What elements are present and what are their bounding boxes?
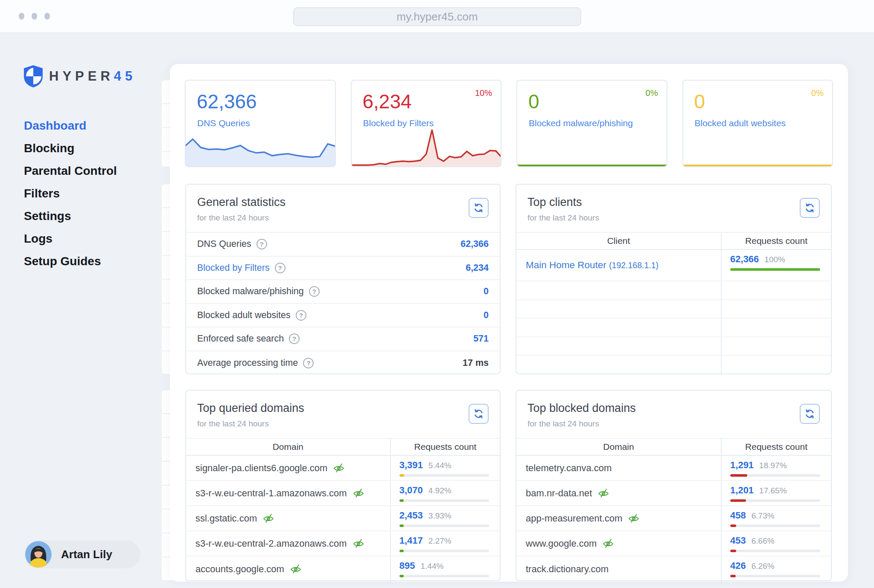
sidebar-item-logs[interactable]: Logs <box>24 232 117 246</box>
user-menu[interactable]: Artan Lily <box>24 540 140 568</box>
empty-row <box>516 319 831 337</box>
domain-name: bam.nr-data.net <box>526 488 592 499</box>
domain-row: s3-r-w.eu-central-2.amazonaws.com1,4172.… <box>186 531 500 556</box>
shield-icon <box>23 65 43 88</box>
refresh-button[interactable] <box>800 404 820 424</box>
stats-row-value: 6,234 <box>466 263 489 273</box>
refresh-icon <box>804 203 815 213</box>
requests-count: 62,366 <box>730 254 759 264</box>
domain-cell: bam.nr-data.net <box>516 481 721 505</box>
domain-row: track.dictionary.com4266.26% <box>516 556 831 582</box>
refresh-button[interactable] <box>469 198 489 218</box>
requests-cell <box>721 356 831 374</box>
stats-row: Enforced safe search?571 <box>186 327 500 351</box>
stats-row-label: Blocked malware/phishing? <box>197 286 320 297</box>
domains-table-body: telemetry.canva.com1,29118.97%bam.nr-dat… <box>516 456 831 582</box>
client-cell <box>516 319 721 336</box>
question-mark-icon[interactable]: ? <box>309 286 320 297</box>
requests-cell <box>721 337 831 355</box>
requests-cell: 2,4533.93% <box>390 506 500 530</box>
window-dot-icon[interactable] <box>19 13 24 20</box>
panel-subtitle: for the last 24 hours <box>197 419 500 429</box>
requests-count: 453 <box>730 535 746 546</box>
stat-card-blocked-adult-websites: 0Blocked adult websites0% <box>682 80 833 167</box>
sidebar-item-settings[interactable]: Settings <box>24 209 117 223</box>
domain-name: telemetry.canva.com <box>526 463 612 474</box>
progress-bar <box>730 575 820 577</box>
eye-off-icon[interactable] <box>602 538 614 549</box>
eye-off-icon[interactable] <box>353 538 364 549</box>
sidebar-item-parental-control[interactable]: Parental Control <box>24 164 117 178</box>
stats-row-value: 0 <box>484 310 489 321</box>
domain-name: s3-r-w.eu-central-1.amazonaws.com <box>195 488 347 499</box>
requests-count: 895 <box>399 560 415 571</box>
requests-percent: 2.27% <box>428 536 452 545</box>
progress-bar <box>399 524 489 527</box>
refresh-button[interactable] <box>469 404 489 424</box>
requests-percent: 4.92% <box>428 486 452 495</box>
progress-bar <box>730 474 820 477</box>
hyper45-dashboard: { "browser": { "url": "my.hyper45.com" }… <box>0 0 874 588</box>
window-dot-icon[interactable] <box>44 13 50 20</box>
main-content: 62,366DNS Queries6,234Blocked by Filters… <box>170 64 848 582</box>
eye-off-icon[interactable] <box>353 488 364 498</box>
panel-subtitle: for the last 24 hours <box>527 213 831 223</box>
refresh-icon <box>473 408 484 419</box>
window-dot-icon[interactable] <box>32 13 37 20</box>
requests-count: 3,391 <box>399 460 423 470</box>
client-link[interactable]: Main Home Router (192.168.1.1) <box>526 260 658 271</box>
requests-count: 3,070 <box>399 485 423 495</box>
domain-cell: ssl.gstatic.com <box>186 506 390 530</box>
question-mark-icon[interactable]: ? <box>289 333 300 344</box>
progress-fill <box>399 575 404 577</box>
card-accent-line <box>683 165 833 166</box>
question-mark-icon[interactable]: ? <box>256 239 267 249</box>
question-mark-icon[interactable]: ? <box>303 358 314 368</box>
browser-chrome: my.hyper45.com <box>0 0 874 33</box>
stats-row-value: 571 <box>473 333 489 344</box>
progress-fill <box>399 524 404 527</box>
progress-bar <box>730 499 820 502</box>
domain-cell: www.google.com <box>516 531 721 556</box>
window-controls[interactable] <box>19 13 50 20</box>
domain-name: app-measurement.com <box>526 513 622 524</box>
requests-percent: 6.26% <box>752 562 775 571</box>
domain-row: accounts.google.com8951.44% <box>186 556 500 582</box>
eye-off-icon[interactable] <box>597 488 609 498</box>
sidebar: HYPER45 DashboardBlockingParental Contro… <box>0 33 170 588</box>
domains-table-body: signaler-pa.clients6.google.com3,3915.44… <box>186 456 500 582</box>
requests-count: 426 <box>730 560 746 571</box>
domain-name: track.dictionary.com <box>526 564 609 575</box>
progress-fill <box>730 499 746 502</box>
eye-off-icon[interactable] <box>628 513 640 524</box>
domain-row: signaler-pa.clients6.google.com3,3915.44… <box>186 456 500 481</box>
brand-logo: HYPER45 <box>23 65 136 88</box>
requests-cell: 3,0704.92% <box>390 481 500 505</box>
refresh-button[interactable] <box>800 198 820 218</box>
stats-row-label[interactable]: Blocked by Filters? <box>197 263 286 273</box>
progress-fill <box>399 550 404 552</box>
refresh-icon <box>804 408 815 419</box>
question-mark-icon[interactable]: ? <box>296 310 306 321</box>
panel-header: General statistics for the last 24 hours <box>186 185 500 233</box>
domain-cell: accounts.google.com <box>186 556 390 582</box>
sidebar-item-filters[interactable]: Filters <box>24 186 117 201</box>
requests-percent: 6.66% <box>752 536 775 545</box>
question-mark-icon[interactable]: ? <box>275 263 286 273</box>
sidebar-item-setup-guides[interactable]: Setup Guides <box>24 254 117 269</box>
stats-row-value: 0 <box>484 286 489 297</box>
eye-off-icon[interactable] <box>290 564 302 574</box>
domain-row: app-measurement.com4586.73% <box>516 506 831 531</box>
stats-row-label: Average processing time? <box>197 358 314 368</box>
requests-count: 458 <box>730 510 746 521</box>
table-header: Domain Requests count <box>516 439 831 456</box>
eye-off-icon[interactable] <box>333 463 345 473</box>
progress-bar <box>730 524 820 527</box>
requests-cell <box>721 281 831 299</box>
eye-off-icon[interactable] <box>262 513 274 524</box>
sidebar-item-dashboard[interactable]: Dashboard <box>24 119 117 133</box>
sidebar-item-blocking[interactable]: Blocking <box>24 141 117 156</box>
address-bar[interactable]: my.hyper45.com <box>293 7 581 26</box>
client-ip: (192.168.1.1) <box>609 261 658 270</box>
sparkline-chart <box>351 125 502 167</box>
